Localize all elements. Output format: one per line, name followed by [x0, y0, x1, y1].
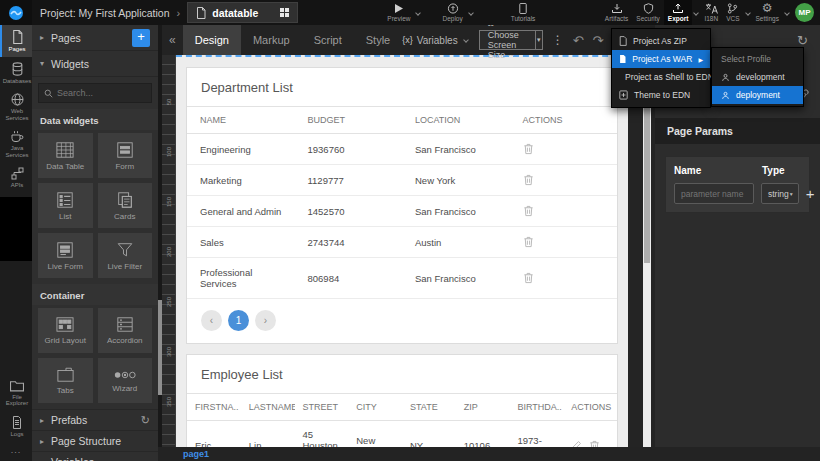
pages-section-header[interactable]: ▸ Pages + — [32, 25, 158, 51]
param-type-select[interactable]: string ▼ — [761, 183, 799, 204]
employee-list-card[interactable]: Employee List FIRSTNA.. LASTNAME STREET … — [186, 354, 618, 447]
more-options-icon[interactable]: ⋮ — [552, 33, 564, 47]
user-avatar[interactable]: MP — [795, 3, 814, 22]
vcs-button[interactable]: VCS — [722, 0, 743, 25]
table-row[interactable]: General and Admin 1452570 San Francisco — [187, 196, 617, 227]
widget-tile-live-form[interactable]: Live Form — [38, 233, 93, 278]
col-header-birthdate[interactable]: BIRTHDA.. — [510, 394, 564, 421]
col-header-name[interactable]: NAME — [187, 107, 295, 134]
deploy-button[interactable]: Deploy — [438, 0, 466, 25]
col-header-street[interactable]: STREET — [295, 394, 349, 421]
delete-row-icon[interactable] — [589, 440, 600, 448]
widget-tile-tabs[interactable]: Tabs — [38, 358, 93, 403]
menu-item-project-as-zip[interactable]: Project As ZIP — [612, 32, 710, 50]
col-header-location[interactable]: LOCATION — [402, 107, 510, 134]
col-header-budget[interactable]: BUDGET — [295, 107, 403, 134]
table-row[interactable]: Professional Services 806984 San Francis… — [187, 258, 617, 299]
tutorials-button[interactable]: Tutorials — [507, 0, 540, 25]
variables-section-header[interactable]: ▸ Variables — [32, 451, 158, 461]
wavemaker-logo[interactable] — [0, 0, 32, 25]
variables-button[interactable]: {x} Variables — [402, 35, 469, 46]
pagination-next-button[interactable]: › — [255, 310, 276, 331]
col-header-zip[interactable]: ZIP — [456, 394, 510, 421]
delete-row-icon[interactable] — [523, 143, 534, 155]
widget-tile-grid-layout[interactable]: Grid Layout — [38, 308, 93, 353]
delete-row-icon[interactable] — [523, 236, 534, 248]
col-header-city[interactable]: CITY — [348, 394, 402, 421]
war-file-icon — [619, 54, 626, 64]
menu-item-development[interactable]: development — [712, 68, 803, 86]
deploy-chevron-icon[interactable] — [468, 10, 474, 16]
rail-item-file-explorer[interactable]: File Explorer — [0, 375, 32, 411]
delete-row-icon[interactable] — [523, 205, 534, 217]
widget-tile-accordion[interactable]: Accordion — [98, 308, 153, 353]
rail-item-apis[interactable]: APIs — [0, 162, 32, 193]
widget-tile-cards[interactable]: Cards — [98, 183, 153, 228]
rail-more-icon[interactable]: ... — [0, 441, 32, 461]
apps-grid-icon[interactable] — [280, 8, 289, 17]
panel-scrollbar-thumb[interactable] — [158, 300, 162, 395]
delete-row-icon[interactable] — [523, 174, 534, 186]
select-caret-icon: ▼ — [535, 31, 542, 49]
status-page-link[interactable]: page1 — [183, 449, 209, 459]
widget-tile-data-table[interactable]: Data Table — [38, 133, 93, 178]
settings-button[interactable]: ⚙ Settings — [752, 0, 784, 25]
pagination-prev-button[interactable]: ‹ — [201, 310, 222, 331]
table-row[interactable]: Sales 2743744 Austin — [187, 227, 617, 258]
col-header-firstname[interactable]: FIRSTNA.. — [187, 394, 241, 421]
tab-markup[interactable]: Markup — [241, 25, 302, 55]
page-tab-datatable[interactable]: datatable — [187, 2, 298, 23]
rail-item-pages[interactable]: Pages — [0, 25, 32, 57]
rail-item-java-services[interactable]: Java Services — [0, 125, 32, 162]
preview-chevron-icon[interactable] — [416, 10, 422, 16]
tab-script[interactable]: Script — [302, 25, 354, 55]
edit-row-icon[interactable] — [571, 440, 582, 447]
prefabs-refresh-icon[interactable]: ↻ — [141, 414, 150, 427]
widget-search[interactable] — [38, 83, 152, 103]
design-canvas[interactable]: Department List NAME BUDGET LOCATION ACT… — [176, 55, 628, 447]
menu-item-project-as-war[interactable]: Project As WAR ▶ — [612, 50, 710, 68]
security-button[interactable]: Security — [632, 0, 663, 25]
export-button[interactable]: Export — [664, 0, 693, 25]
table-row[interactable]: Eric Lin 45 Houston Street New York NY 1… — [187, 421, 617, 448]
inspector-refresh-icon[interactable]: ↻ — [797, 33, 808, 48]
delete-row-icon[interactable] — [523, 272, 534, 284]
widget-tile-live-filter[interactable]: Live Filter — [98, 233, 153, 278]
department-list-card[interactable]: Department List NAME BUDGET LOCATION ACT… — [186, 67, 618, 344]
param-name-input[interactable] — [674, 183, 754, 204]
rail-item-web-services[interactable]: Web Services — [0, 88, 32, 125]
tab-design[interactable]: Design — [183, 25, 241, 55]
page-structure-section-header[interactable]: ▸ Page Structure — [32, 430, 158, 451]
screen-size-select[interactable]: -- Choose Screen Size -- ▼ — [479, 30, 543, 50]
menu-item-deployment[interactable]: deployment — [712, 86, 803, 104]
employee-list-title: Employee List — [187, 355, 617, 393]
undo-icon[interactable]: ↶ — [573, 33, 584, 48]
rail-item-databases[interactable]: Databases — [0, 57, 32, 89]
col-header-state[interactable]: STATE — [402, 394, 456, 421]
vcs-chevron-icon[interactable] — [745, 10, 751, 16]
rail-item-logs[interactable]: Logs — [0, 411, 32, 442]
tab-style[interactable]: Style — [354, 25, 402, 55]
i18n-button[interactable]: I18N — [700, 0, 722, 25]
preview-button[interactable]: Preview — [383, 0, 414, 25]
add-page-button[interactable]: + — [132, 29, 150, 47]
widgets-section-header[interactable]: ▾ Widgets — [32, 51, 158, 77]
prefabs-section-header[interactable]: ▸ Prefabs ↻ — [32, 409, 158, 430]
java-services-cup-icon — [10, 130, 24, 143]
menu-item-theme-edn[interactable]: Theme to EDN — [612, 86, 710, 104]
widget-search-input[interactable] — [57, 88, 146, 98]
collapse-panel-icon[interactable]: « — [162, 33, 183, 47]
add-param-button[interactable]: + — [806, 185, 815, 202]
table-row[interactable]: Engineering 1936760 San Francisco — [187, 134, 617, 165]
table-row[interactable]: Marketing 1129777 New York — [187, 165, 617, 196]
export-chevron-icon[interactable] — [694, 10, 700, 16]
widget-tile-list[interactable]: List — [38, 183, 93, 228]
artifacts-button[interactable]: Artifacts — [601, 0, 632, 25]
redo-icon[interactable]: ↷ — [593, 33, 604, 48]
pagination-page-1[interactable]: 1 — [228, 310, 249, 331]
col-header-lastname[interactable]: LASTNAME — [241, 394, 295, 421]
menu-item-project-shell-edn[interactable]: Project as Shell to EDN — [612, 68, 710, 86]
settings-chevron-icon[interactable] — [784, 10, 790, 16]
widget-tile-form[interactable]: Form — [98, 133, 153, 178]
widget-tile-wizard[interactable]: Wizard — [98, 358, 153, 403]
